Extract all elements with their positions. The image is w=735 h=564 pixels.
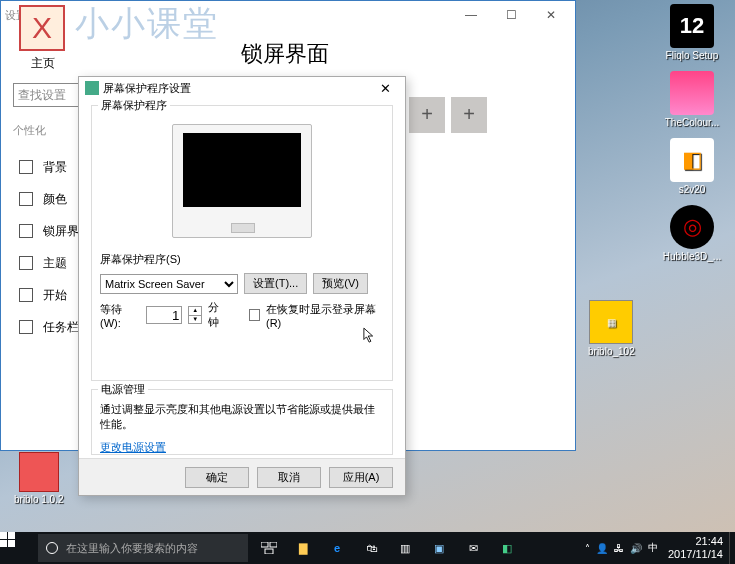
screensaver-dropdown-label: 屏幕保护程序(S) [100, 252, 384, 267]
wait-input[interactable] [146, 306, 182, 324]
apply-button[interactable]: 应用(A) [329, 467, 393, 488]
briblo-exe-icon [19, 452, 59, 492]
dialog-close-button[interactable]: ✕ [371, 81, 399, 96]
cortana-icon [46, 542, 58, 554]
start-icon [19, 288, 33, 302]
desktop-icon-briblo[interactable]: briblo 1.0.2 [14, 452, 63, 505]
preview-monitor [172, 124, 312, 238]
fliqlo-icon: 12 [670, 4, 714, 48]
minimize-button[interactable]: — [451, 3, 491, 27]
brand-text: 小小课堂 [75, 1, 219, 47]
s2v-icon: ◧ [670, 138, 714, 182]
desktop-icon-briblo102[interactable]: ▦briblo_102 [588, 300, 635, 357]
close-button[interactable]: ✕ [531, 3, 571, 27]
home-link[interactable]: 主页 [31, 55, 55, 72]
cancel-button[interactable]: 取消 [257, 467, 321, 488]
screensaver-select[interactable]: Matrix Screen Saver [100, 274, 238, 294]
dialog-title: 屏幕保护程序设置 [103, 81, 191, 96]
start-button[interactable] [0, 532, 38, 564]
page-title: 锁屏界面 [241, 39, 329, 69]
colours-icon [670, 71, 714, 115]
tray-network-icon[interactable]: 🖧 [614, 543, 624, 554]
image-icon [19, 160, 33, 174]
preview-button[interactable]: 预览(V) [313, 273, 368, 294]
wait-label: 等待(W): [100, 302, 140, 329]
show-desktop-button[interactable] [729, 532, 735, 564]
taskbar-app-3[interactable]: ✉ [456, 532, 490, 564]
spin-down[interactable]: ▼ [189, 316, 201, 324]
taskbar-icon [19, 320, 33, 334]
minutes-label: 分钟 [208, 300, 229, 330]
desktop-icon-s2v20[interactable]: ◧s2v20 [657, 138, 727, 195]
dialog-icon [85, 81, 99, 95]
section-header: 个性化 [13, 123, 46, 138]
taskbar-search[interactable]: 在这里输入你要搜索的内容 [38, 534, 248, 562]
taskbar-app-explorer[interactable]: ▇ [286, 532, 320, 564]
desktop-icon-colours[interactable]: TheColour... [657, 71, 727, 128]
ok-button[interactable]: 确定 [185, 467, 249, 488]
svg-rect-6 [265, 549, 273, 554]
screensaver-dialog: 屏幕保护程序设置 ✕ 屏幕保护程序 屏幕保护程序(S) Matrix Scree… [78, 76, 406, 496]
add-thumb-2[interactable]: + [451, 97, 487, 133]
power-group-label: 电源管理 [98, 382, 148, 397]
screensaver-group-label: 屏幕保护程序 [98, 98, 170, 113]
svg-rect-2 [0, 540, 7, 547]
settings-button[interactable]: 设置(T)... [244, 273, 307, 294]
svg-rect-3 [8, 540, 15, 547]
taskbar-app-4[interactable]: ◧ [490, 532, 524, 564]
system-tray[interactable]: ˄ 👤 🖧 🔊 中 [585, 541, 658, 555]
theme-icon [19, 256, 33, 270]
palette-icon [19, 192, 33, 206]
svg-rect-4 [261, 542, 268, 547]
desktop-icon-hubble[interactable]: ◎Hubble3D_... [657, 205, 727, 262]
power-text: 通过调整显示亮度和其他电源设置以节省能源或提供最佳性能。 [100, 402, 384, 432]
taskbar-app-2[interactable]: ▣ [422, 532, 456, 564]
taskbar-app-1[interactable]: ▥ [388, 532, 422, 564]
task-view-button[interactable] [252, 532, 286, 564]
add-thumb-1[interactable]: + [409, 97, 445, 133]
preview-screen [183, 133, 301, 207]
power-settings-link[interactable]: 更改电源设置 [100, 441, 166, 453]
briblo102-icon: ▦ [589, 300, 633, 344]
taskbar-app-store[interactable]: 🛍 [354, 532, 388, 564]
tray-volume-icon[interactable]: 🔊 [630, 543, 642, 554]
spin-up[interactable]: ▲ [189, 307, 201, 316]
resume-checkbox[interactable] [249, 309, 260, 321]
brand-logo: X [19, 5, 65, 51]
tray-people-icon[interactable]: 👤 [596, 543, 608, 554]
svg-rect-1 [8, 532, 15, 539]
hubble-icon: ◎ [670, 205, 714, 249]
maximize-button[interactable]: ☐ [491, 3, 531, 27]
desktop-icon-fliqlo[interactable]: 12Fliqlo Setup [657, 4, 727, 61]
taskbar-app-edge[interactable]: e [320, 532, 354, 564]
taskbar-clock[interactable]: 21:44 2017/11/14 [662, 535, 729, 560]
tray-up-icon[interactable]: ˄ [585, 543, 590, 554]
resume-label: 在恢复时显示登录屏幕(R) [266, 302, 384, 329]
svg-rect-5 [270, 542, 277, 547]
svg-rect-0 [0, 532, 7, 539]
lock-icon [19, 224, 33, 238]
taskbar: 在这里输入你要搜索的内容 ▇ e 🛍 ▥ ▣ ✉ ◧ ˄ 👤 🖧 🔊 中 21:… [0, 532, 735, 564]
tray-ime-icon[interactable]: 中 [648, 541, 658, 555]
